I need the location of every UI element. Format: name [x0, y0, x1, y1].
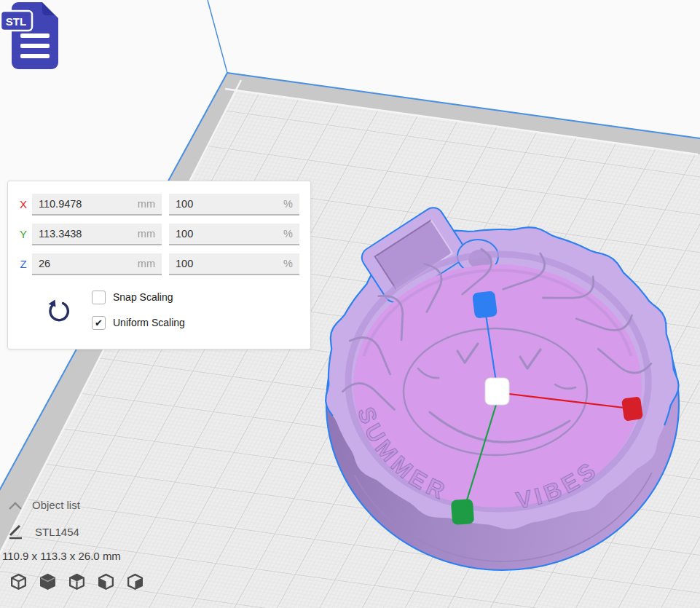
scale-handle-x[interactable] [621, 396, 643, 421]
scale-handle-z[interactable] [472, 291, 498, 319]
y-size-unit: mm [138, 228, 155, 240]
view-top-icon[interactable] [67, 572, 87, 592]
view-right-icon[interactable] [125, 572, 145, 592]
reset-scale-button[interactable] [44, 296, 72, 324]
view-left-icon[interactable] [96, 572, 116, 592]
x-size-input[interactable]: 110.9478 mm [32, 194, 162, 216]
scale-handle-y[interactable] [451, 499, 474, 525]
z-size-unit: mm [138, 258, 155, 269]
z-axis-label: Z [15, 253, 31, 275]
z-percent-value: 100 [176, 258, 193, 269]
x-percent-input[interactable]: 100 % [169, 194, 299, 216]
stl-file-icon: STL [0, 0, 70, 73]
y-percent-input[interactable]: 100 % [169, 224, 299, 245]
z-percent-unit: % [283, 258, 293, 269]
y-size-input[interactable]: 113.3438 mm [32, 224, 162, 245]
view-front-icon[interactable] [38, 572, 58, 592]
edit-pencil-icon [8, 524, 24, 540]
y-size-value: 113.3438 [39, 228, 82, 240]
view-preset-toolbar [9, 572, 145, 592]
model-dimensions-label: 110.9 x 113.3 x 26.0 mm [2, 550, 121, 562]
stl-badge-label: STL [6, 15, 26, 28]
uniform-checkmark: ✔ [95, 317, 103, 328]
y-axis-label: Y [15, 224, 31, 245]
x-axis-label: X [15, 194, 31, 216]
z-size-input[interactable]: 26 mm [32, 253, 162, 275]
x-percent-value: 100 [176, 198, 193, 210]
view-3d-icon[interactable] [9, 572, 28, 592]
object-list-header[interactable]: Object list [32, 499, 80, 511]
y-percent-unit: % [283, 228, 293, 240]
x-percent-unit: % [283, 198, 293, 210]
scale-handle-center[interactable] [485, 378, 509, 405]
z-size-value: 26 [39, 258, 50, 269]
x-size-unit: mm [138, 198, 155, 210]
uniform-scaling-label: Uniform Scaling [113, 316, 185, 330]
y-percent-value: 100 [176, 228, 193, 240]
reset-icon [44, 296, 72, 324]
z-percent-input[interactable]: 100 % [169, 253, 299, 275]
object-list-item[interactable]: STL1454 [35, 526, 79, 538]
snap-scaling-label: Snap Scaling [113, 291, 173, 304]
snap-checkbox[interactable]: ✔ [92, 291, 106, 304]
scale-tool-panel: X 110.9478 mm 100 % Y 113.3438 mm 100 % … [7, 181, 311, 350]
uniform-checkbox[interactable]: ✔ [92, 316, 106, 330]
x-size-value: 110.9478 [39, 198, 82, 210]
collapse-caret-icon[interactable] [7, 501, 23, 511]
